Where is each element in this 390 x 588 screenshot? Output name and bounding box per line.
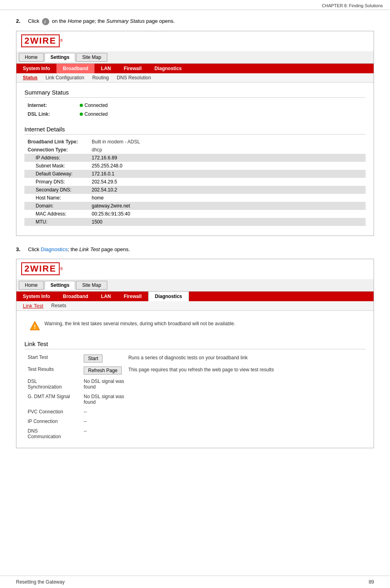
router-nav-top-2: Home Settings Site Map	[16, 279, 374, 292]
dsl-label: DSL Link:	[24, 110, 76, 119]
connection-type-row: Connection Type: dhcp	[24, 146, 366, 154]
step-2-line: 2. Click on the Home page; the Summary S…	[16, 17, 374, 25]
gateway-row: Default Gateway: 172.16.0.1	[24, 170, 366, 178]
start-test-row: Start Test Start Runs a series of diagno…	[24, 352, 366, 364]
sub-nav-dns[interactable]: DNS Resolution	[117, 75, 151, 81]
logo-2wire-2: 2WiRE ®	[21, 262, 63, 275]
router-frame-2: 2WiRE ® Home Settings Site Map System In…	[16, 259, 374, 448]
mtu-label: MTU:	[24, 218, 88, 226]
secondary-dns-row: Secondary DNS: 202.54.10.2	[24, 186, 366, 194]
nav2-diagnostics[interactable]: Diagnostics	[148, 292, 189, 301]
sub-nav-routing[interactable]: Routing	[92, 75, 109, 81]
sitemap-btn-2[interactable]: Site Map	[76, 281, 107, 290]
secondary-dns-value: 202.54.10.2	[88, 186, 366, 194]
mtu-value: 1500	[88, 218, 366, 226]
ip-address-row: IP Address: 172.16.6.89	[24, 154, 366, 162]
hostname-value: home	[88, 194, 366, 202]
nav2-system-info[interactable]: System Info	[16, 292, 56, 301]
ip-conn-value: --	[84, 419, 87, 424]
warning-box: ! Warning, the link test takes several m…	[24, 317, 366, 335]
nav-broadband[interactable]: Broadband	[56, 64, 94, 73]
test-results-row: Test Results Refresh Page This page requ…	[24, 364, 366, 377]
dsl-status-dot	[80, 113, 83, 116]
broadband-link-value: Built in modem - ADSL	[88, 138, 366, 146]
gateway-value: 172.16.0.1	[88, 170, 366, 178]
broadband-link-type-row: Broadband Link Type: Built in modem - AD…	[24, 138, 366, 146]
link-test-title: Link Test	[24, 340, 366, 349]
home-btn[interactable]: Home	[19, 53, 44, 62]
nav2-firewall[interactable]: Firewall	[117, 292, 148, 301]
refresh-desc: This page requires that you refresh the …	[125, 364, 366, 377]
secondary-dns-label: Secondary DNS:	[24, 186, 88, 194]
footer-left: Resetting the Gateway	[16, 579, 64, 585]
mac-label: MAC Address:	[24, 210, 88, 218]
details-table: Broadband Link Type: Built in modem - AD…	[24, 138, 366, 226]
domain-row: Domain: gateway.2wire.net	[24, 202, 366, 210]
status-table: Internet: Connected DSL Link: Connected	[24, 101, 366, 119]
pvc-value: --	[84, 409, 87, 415]
ip-label: IP Address:	[24, 154, 88, 162]
sub-nav2-link-test[interactable]: Link Test	[23, 303, 43, 309]
ip-conn-row: IP Connection --	[24, 417, 366, 426]
home-btn-2[interactable]: Home	[19, 281, 44, 290]
page-footer: Resetting the Gateway 89	[0, 576, 390, 588]
summary-status-title: Summary Status	[24, 89, 366, 98]
dns-comm-label: DNS Communication	[24, 426, 80, 441]
dsl-status-text: Connected	[84, 111, 108, 117]
logo-trademark-2: ®	[60, 267, 63, 271]
nav-lan[interactable]: LAN	[94, 64, 117, 73]
gateway-label: Default Gateway:	[24, 170, 88, 178]
broadband-link-label: Broadband Link Type:	[24, 138, 88, 146]
internet-status-text: Connected	[84, 103, 108, 108]
internet-details-title: Internet Details	[24, 126, 366, 135]
internet-row: Internet: Connected	[24, 101, 366, 110]
dsl-sync-value: No DSL signal was found	[84, 379, 124, 390]
pvc-label: PVC Connection	[24, 407, 80, 417]
router-nav-main-1: System Info Broadband LAN Firewall Diagn…	[16, 64, 374, 73]
settings-btn-2[interactable]: Settings	[44, 281, 75, 290]
diagnostics-link[interactable]: Diagnostics	[41, 246, 68, 252]
start-button[interactable]: Start	[84, 354, 103, 362]
footer-right: 89	[369, 579, 374, 585]
logo-2wire: 2WiRE ®	[21, 34, 63, 47]
gdmt-row: G. DMT ATM Signal No DSL signal was foun…	[24, 392, 366, 407]
step-2-number: 2.	[16, 18, 24, 24]
start-test-label: Start Test	[24, 352, 80, 364]
connection-type-label: Connection Type:	[24, 146, 88, 154]
router-nav-top: Home Settings Site Map	[16, 51, 374, 64]
router-nav-sub-1: Status Link Configuration Routing DNS Re…	[16, 73, 374, 83]
domain-value: gateway.2wire.net	[88, 202, 366, 210]
start-desc: Runs a series of diagnostic tests on you…	[125, 352, 366, 364]
router-body-2: ! Warning, the link test takes several m…	[16, 311, 374, 448]
nav2-broadband[interactable]: Broadband	[56, 292, 94, 301]
logo-text-2: 2WiRE	[21, 262, 60, 275]
internet-value: Connected	[80, 103, 362, 108]
mac-value: 00:25:8c:91:35:40	[88, 210, 366, 218]
test-results-label: Test Results	[24, 364, 80, 377]
dns-comm-value: --	[84, 428, 87, 434]
subnet-label: Subnet Mask:	[24, 162, 88, 170]
internet-label: Internet:	[24, 101, 76, 110]
dsl-row: DSL Link: Connected	[24, 110, 366, 119]
nav2-lan[interactable]: LAN	[94, 292, 117, 301]
hostname-row: Host Name: home	[24, 194, 366, 202]
gdmt-value: No DSL signal was found	[84, 394, 124, 405]
step-2-text: Click on the Home page; the Summary Stat…	[28, 17, 175, 25]
refresh-button[interactable]: Refresh Page	[84, 366, 122, 375]
nav-diagnostics-1[interactable]: Diagnostics	[148, 64, 188, 73]
nav-firewall[interactable]: Firewall	[117, 64, 148, 73]
sub-nav-link-config[interactable]: Link Configuration	[46, 75, 84, 81]
sub-nav2-resets[interactable]: Resets	[51, 303, 66, 309]
ip-conn-label: IP Connection	[24, 417, 80, 426]
logo-trademark: ®	[60, 38, 63, 43]
router-nav-main-2: System Info Broadband LAN Firewall Diagn…	[16, 292, 374, 301]
svg-text:!: !	[34, 324, 36, 330]
router-nav-sub-2: Link Test Resets	[16, 301, 374, 311]
sitemap-btn[interactable]: Site Map	[76, 53, 107, 62]
gdmt-label: G. DMT ATM Signal	[24, 392, 80, 407]
nav-system-info[interactable]: System Info	[16, 64, 56, 73]
sub-nav-status[interactable]: Status	[23, 75, 38, 81]
settings-btn[interactable]: Settings	[44, 53, 75, 62]
pvc-row: PVC Connection --	[24, 407, 366, 417]
dsl-sync-label: DSL Synchronization	[24, 377, 80, 392]
